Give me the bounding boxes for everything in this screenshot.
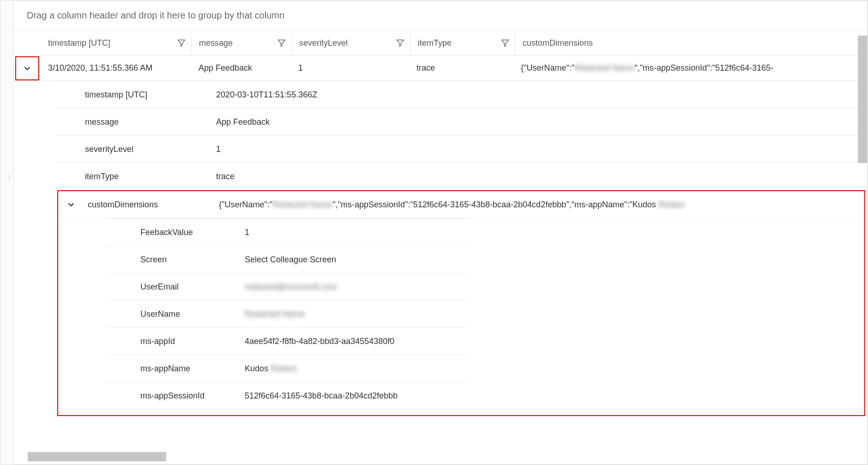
json-text: {"UserName":" — [219, 200, 272, 209]
dim-label: ms-appSessionId — [107, 391, 241, 401]
dim-value: Select Colleague Screen — [241, 255, 467, 265]
redacted-text: Redact — [271, 364, 297, 373]
detail-label: itemType — [81, 172, 214, 181]
app-window: ⋮⋮⋮⋮ Drag a column header and drop it he… — [0, 0, 868, 465]
detail-value: 1 — [214, 145, 867, 154]
expander-column-header — [14, 30, 41, 55]
redacted-text: redacted@microsoft.com — [245, 282, 337, 291]
filter-icon[interactable] — [277, 38, 287, 48]
dim-label: FeebackValue — [107, 228, 241, 237]
group-by-hint[interactable]: Drag a column header and drop it here to… — [14, 1, 867, 30]
redacted-text: Redacted Name — [574, 63, 634, 72]
column-header-label: severityLevel — [299, 38, 348, 48]
detail-label: message — [81, 117, 214, 127]
dim-label: UserName — [107, 309, 241, 319]
column-header-row: timestamp [UTC] message severityLevel it… — [14, 30, 867, 56]
column-header-label: itemType — [418, 38, 452, 48]
dim-value: 512f6c64-3165-43b8-bcaa-2b04cd2febbb — [241, 391, 467, 401]
cell-customdimensions: {"UserName":"Redacted Name","ms-appSessi… — [513, 56, 867, 80]
filter-icon[interactable] — [176, 38, 187, 48]
detail-value: {"UserName":"Redacted Name","ms-appSessi… — [217, 200, 864, 210]
dim-value: Redacted Name — [241, 309, 467, 319]
cell-timestamp: 3/10/2020, 11:51:55.366 AM — [41, 56, 191, 80]
dim-label: Screen — [107, 255, 241, 265]
redacted-text: Redacted Name — [245, 309, 305, 319]
column-header-itemtype[interactable]: itemType — [410, 30, 515, 55]
dim-value: redacted@microsoft.com — [241, 282, 467, 292]
column-header-label: message — [199, 38, 233, 48]
vertical-scrollbar[interactable] — [858, 36, 867, 163]
text: Kudos — [245, 364, 271, 373]
dim-label: ms-appId — [107, 337, 241, 346]
customdimensions-highlight: customDimensions {"UserName":"Redacted N… — [57, 190, 865, 416]
column-header-label: customDimensions — [523, 38, 593, 48]
dim-row-useremail: UserEmail redacted@microsoft.com — [107, 273, 467, 301]
column-header-message[interactable]: message — [192, 30, 292, 55]
redacted-text: Redact — [658, 200, 685, 209]
json-text: ","ms-appSessionId":"512f6c64-3165-43b8-… — [332, 200, 658, 209]
dim-label: UserEmail — [107, 282, 241, 292]
detail-row-message: message App Feedback — [55, 109, 867, 136]
dim-row-session: ms-appSessionId 512f6c64-3165-43b8-bcaa-… — [107, 382, 467, 410]
filter-icon[interactable] — [395, 38, 405, 48]
dim-label: ms-appName — [107, 364, 241, 374]
table-row[interactable]: 3/10/2020, 11:51:55.366 AM App Feedback … — [14, 56, 867, 81]
detail-label: timestamp [UTC] — [81, 90, 214, 100]
chevron-down-icon — [22, 63, 32, 73]
column-header-customdimensions[interactable]: customDimensions — [515, 30, 867, 55]
column-header-severity[interactable]: severityLevel — [292, 30, 410, 55]
horizontal-scrollbar[interactable] — [28, 452, 166, 461]
dim-row-appname: ms-appName Kudos Redact — [107, 355, 467, 382]
dim-value: 1 — [241, 228, 467, 237]
detail-value: trace — [214, 172, 867, 181]
dim-row-feedback: FeebackValue 1 — [107, 219, 467, 246]
dim-value: 4aee54f2-f8fb-4a82-bbd3-aa34554380f0 — [241, 337, 467, 346]
json-text: {"UserName":" — [521, 63, 574, 72]
dim-row-screen: Screen Select Colleague Screen — [107, 246, 467, 273]
json-text: ","ms-appSessionId":"512f6c64-3165- — [634, 63, 773, 72]
detail-label: customDimensions — [84, 200, 217, 210]
row-expander-highlight[interactable] — [15, 56, 39, 80]
detail-row-timestamp: timestamp [UTC] 2020-03-10T11:51:55.366Z — [55, 81, 867, 109]
row-details: timestamp [UTC] 2020-03-10T11:51:55.366Z… — [55, 81, 867, 416]
detail-row-customdimensions[interactable]: customDimensions {"UserName":"Redacted N… — [58, 191, 864, 218]
dim-row-appid: ms-appId 4aee54f2-f8fb-4a82-bbd3-aa34554… — [107, 328, 467, 355]
cell-itemtype: trace — [409, 56, 513, 80]
customdimensions-details: FeebackValue 1 Screen Select Colleague S… — [107, 218, 467, 410]
detail-value: 2020-03-10T11:51:55.366Z — [214, 90, 867, 100]
detail-row-severity: severityLevel 1 — [55, 136, 867, 163]
chevron-down-icon — [66, 199, 76, 210]
dim-row-username: UserName Redacted Name — [107, 301, 467, 328]
filter-icon[interactable] — [500, 38, 510, 48]
cell-severity: 1 — [291, 56, 409, 80]
dim-value: Kudos Redact — [241, 364, 467, 374]
detail-value: App Feedback — [214, 117, 867, 127]
cell-message: App Feedback — [191, 56, 291, 80]
detail-label: severityLevel — [81, 145, 214, 154]
column-header-timestamp[interactable]: timestamp [UTC] — [41, 30, 192, 55]
results-panel: Drag a column header and drop it here to… — [13, 0, 868, 465]
column-header-label: timestamp [UTC] — [48, 38, 110, 48]
redacted-text: Redacted Name — [272, 200, 332, 209]
detail-row-itemtype: itemType trace — [55, 163, 867, 190]
